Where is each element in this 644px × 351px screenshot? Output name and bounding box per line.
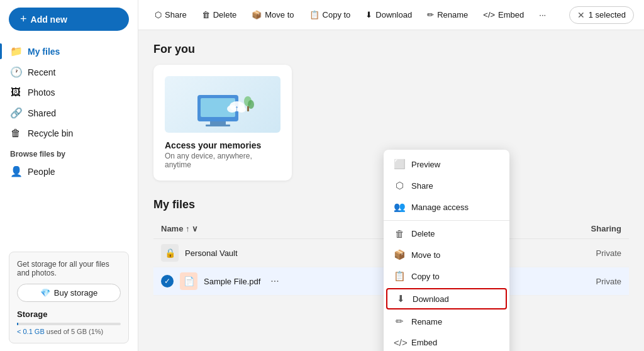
diamond-icon: 💎 bbox=[40, 288, 50, 298]
selected-check-icon: ✓ bbox=[161, 275, 174, 287]
storage-info-suffix: used of 5 GB (1%) bbox=[47, 328, 104, 335]
sidebar-item-label: Photos bbox=[28, 87, 55, 98]
toolbar-share-button[interactable]: ⬡ Share bbox=[148, 7, 193, 23]
share-icon: ⬡ bbox=[394, 180, 405, 191]
move-to-icon: 📦 bbox=[394, 249, 405, 260]
photos-icon: 🖼 bbox=[10, 87, 21, 98]
file-name: Personal Vault bbox=[185, 248, 238, 258]
embed-icon: </> bbox=[483, 10, 495, 20]
people-icon: 👤 bbox=[10, 165, 21, 177]
svg-rect-10 bbox=[247, 106, 249, 111]
toolbar-copy-to-label: Copy to bbox=[323, 10, 351, 20]
add-new-button[interactable]: + Add new bbox=[9, 8, 129, 31]
delete-icon: 🗑 bbox=[394, 228, 405, 239]
svg-rect-2 bbox=[210, 121, 226, 125]
file-thumb: 📄 bbox=[180, 272, 197, 290]
share-icon: ⬡ bbox=[155, 10, 162, 20]
storage-info-text: < 0.1 GB used of 5 GB (1%) bbox=[17, 328, 121, 335]
toolbar-more-button[interactable]: ··· bbox=[533, 7, 552, 23]
manage-access-icon: 👥 bbox=[394, 201, 405, 213]
ctx-separator bbox=[384, 220, 509, 221]
ctx-manage-access[interactable]: 👥 Manage access bbox=[384, 196, 509, 218]
sidebar-item-recent[interactable]: 🕐 Recent bbox=[0, 62, 138, 82]
toolbar-move-to-button[interactable]: 📦 Move to bbox=[245, 7, 300, 23]
storage-promo-text: Get storage for all your files and photo… bbox=[17, 260, 121, 277]
main-area: ⬡ Share 🗑 Delete 📦 Move to 📋 Copy to ⬇ D… bbox=[138, 0, 644, 351]
sidebar-item-label: My files bbox=[28, 47, 60, 57]
file-sharing: Private bbox=[510, 267, 629, 296]
download-icon: ⬇ bbox=[395, 293, 406, 304]
plus-icon: + bbox=[20, 13, 27, 26]
for-you-card: ↑ Access your memories On any device, an… bbox=[153, 65, 292, 181]
for-you-heading: Access your memories bbox=[165, 140, 280, 150]
sidebar-nav: 📁 My files 🕐 Recent 🖼 Photos 🔗 Shared 🗑 … bbox=[0, 41, 138, 143]
sidebar-item-label: People bbox=[28, 167, 55, 177]
ctx-share[interactable]: ⬡ Share bbox=[384, 175, 509, 196]
file-sharing: Private bbox=[510, 239, 629, 267]
download-icon: ⬇ bbox=[365, 10, 372, 20]
recent-icon: 🕐 bbox=[10, 66, 21, 78]
ctx-label: Embed bbox=[411, 338, 437, 347]
sidebar-item-shared[interactable]: 🔗 Shared bbox=[0, 103, 138, 123]
toolbar-embed-button[interactable]: </> Embed bbox=[477, 7, 530, 23]
toolbar-move-to-label: Move to bbox=[265, 10, 294, 20]
move-to-icon: 📦 bbox=[252, 10, 262, 20]
sidebar: + Add new 📁 My files 🕐 Recent 🖼 Photos 🔗… bbox=[0, 0, 138, 351]
storage-section-label: Storage bbox=[17, 309, 121, 319]
my-files-icon: 📁 bbox=[10, 45, 21, 57]
ctx-preview[interactable]: ⬜ Preview bbox=[384, 153, 509, 175]
toolbar-download-button[interactable]: ⬇ Download bbox=[359, 7, 418, 23]
ctx-label: Preview bbox=[411, 160, 440, 169]
ctx-rename[interactable]: ✏ Rename bbox=[384, 311, 509, 332]
sidebar-item-recycle-bin[interactable]: 🗑 Recycle bin bbox=[0, 123, 138, 143]
selected-count: 1 selected bbox=[589, 10, 626, 20]
ctx-label: Rename bbox=[411, 317, 442, 326]
for-you-illustration: ↑ bbox=[165, 76, 280, 133]
sidebar-item-people[interactable]: 👤 People bbox=[0, 161, 138, 182]
ctx-copy-to[interactable]: 📋 Copy to bbox=[384, 265, 509, 287]
buy-storage-button[interactable]: 💎 Buy storage bbox=[17, 284, 121, 302]
sidebar-item-label: Recycle bin bbox=[28, 128, 73, 138]
recycle-bin-icon: 🗑 bbox=[10, 128, 21, 139]
embed-icon: </> bbox=[394, 337, 405, 348]
ctx-label: Delete bbox=[411, 229, 435, 238]
ctx-download[interactable]: ⬇ Download bbox=[386, 288, 507, 309]
toolbar-rename-button[interactable]: ✏ Rename bbox=[421, 7, 474, 23]
ctx-delete[interactable]: 🗑 Delete bbox=[384, 223, 509, 244]
ctx-label: Copy to bbox=[411, 272, 440, 281]
svg-text:↑: ↑ bbox=[235, 103, 239, 113]
storage-link[interactable]: < 0.1 GB bbox=[17, 328, 45, 335]
selected-badge[interactable]: ✕ 1 selected bbox=[569, 6, 634, 24]
content-area: For you ↑ bbox=[138, 30, 644, 351]
copy-to-icon: 📋 bbox=[394, 270, 405, 282]
storage-bar-background bbox=[17, 323, 121, 325]
rename-icon: ✏ bbox=[427, 10, 434, 20]
preview-icon: ⬜ bbox=[394, 159, 405, 170]
sidebar-item-photos[interactable]: 🖼 Photos bbox=[0, 82, 138, 103]
rename-icon: ✏ bbox=[394, 316, 405, 327]
more-options-button[interactable]: ··· bbox=[267, 274, 282, 288]
more-icon: ··· bbox=[539, 10, 546, 20]
toolbar-delete-button[interactable]: 🗑 Delete bbox=[196, 7, 243, 23]
svg-rect-3 bbox=[206, 125, 230, 126]
buy-storage-label: Buy storage bbox=[54, 288, 97, 298]
sort-icon: ↑ ∨ bbox=[186, 224, 198, 233]
ctx-label: Share bbox=[411, 181, 433, 191]
browse-files-label: Browse files by bbox=[0, 143, 138, 161]
toolbar-copy-to-button[interactable]: 📋 Copy to bbox=[303, 7, 357, 23]
sharing-header[interactable]: Sharing bbox=[510, 219, 629, 239]
sidebar-item-my-files[interactable]: 📁 My files bbox=[0, 41, 138, 62]
toolbar-delete-label: Delete bbox=[213, 10, 237, 20]
copy-to-icon: 📋 bbox=[309, 10, 319, 20]
toolbar-share-label: Share bbox=[165, 10, 187, 20]
toolbar: ⬡ Share 🗑 Delete 📦 Move to 📋 Copy to ⬇ D… bbox=[138, 0, 644, 30]
shared-icon: 🔗 bbox=[10, 107, 21, 119]
add-new-label: Add new bbox=[31, 14, 67, 25]
toolbar-download-label: Download bbox=[375, 10, 412, 20]
ctx-label: Move to bbox=[411, 250, 440, 260]
ctx-move-to[interactable]: 📦 Move to bbox=[384, 244, 509, 265]
storage-box: Get storage for all your files and photo… bbox=[9, 252, 129, 343]
for-you-title: For you bbox=[153, 43, 629, 56]
sidebar-item-label: Shared bbox=[28, 108, 56, 118]
ctx-embed[interactable]: </> Embed bbox=[384, 332, 509, 351]
